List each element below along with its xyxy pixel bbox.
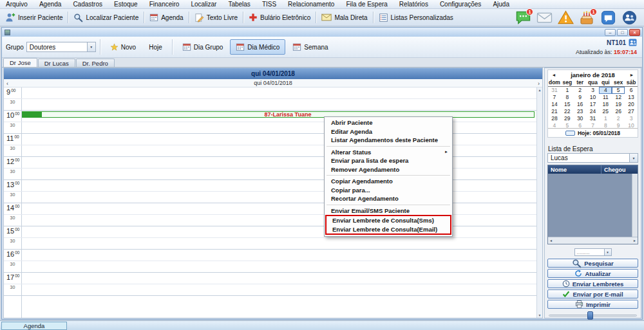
- messenger-icon[interactable]: [600, 10, 616, 25]
- minimize-button[interactable]: –: [605, 29, 616, 36]
- tab-dr-pedro[interactable]: Dr. Pedro: [76, 59, 115, 67]
- calendar-day-21[interactable]: 21: [548, 108, 561, 115]
- context-menu-item-copiar-para[interactable]: Copiar para...: [325, 186, 451, 195]
- hour-row-14[interactable]: 140030: [4, 203, 536, 226]
- calendar-day-3[interactable]: 3: [587, 87, 600, 94]
- toolbar-button-bulario-eletronico[interactable]: Bulário Eletrônico: [245, 9, 314, 26]
- schedule-scrollbar[interactable]: ▲ ▼: [536, 87, 542, 318]
- calendar-day-2[interactable]: 2: [574, 87, 587, 94]
- zoom-slider[interactable]: [549, 311, 637, 320]
- warning-icon[interactable]: [557, 10, 574, 25]
- calendar-day-10[interactable]: 10: [587, 94, 600, 101]
- window-titlebar[interactable]: – □ ×: [2, 28, 642, 37]
- context-menu-item-editar-agenda[interactable]: Editar Agenda: [325, 127, 451, 136]
- calendar-day-16[interactable]: 16: [574, 101, 587, 108]
- calendar-day-11[interactable]: 11: [599, 94, 612, 101]
- calendar-day-15[interactable]: 15: [561, 101, 574, 108]
- toolbar-button-inserir-paciente[interactable]: Inserir Paciente: [1, 9, 66, 26]
- menu-item-ajuda[interactable]: Ajuda: [487, 0, 515, 8]
- slider-thumb[interactable]: [587, 311, 593, 320]
- column-header-chegou[interactable]: Chegou: [601, 165, 638, 174]
- scroll-right-icon[interactable]: ►: [633, 239, 636, 243]
- menu-item-relacionamento[interactable]: Relacionamento: [282, 0, 340, 8]
- hour-row-12[interactable]: 120030: [4, 157, 536, 180]
- button-dia-grupo[interactable]: Dia Grupo: [176, 39, 229, 55]
- waiting-list-hscrollbar[interactable]: ◄ ►: [548, 237, 638, 244]
- hour-row-11[interactable]: 110030: [4, 134, 536, 157]
- toolbar-button-agenda[interactable]: Agenda: [146, 9, 187, 26]
- button-atualizar[interactable]: Atualizar: [547, 269, 638, 278]
- calendar-day-7[interactable]: 7: [548, 94, 561, 101]
- scroll-up-icon[interactable]: ▲: [537, 88, 542, 92]
- menu-item-cadastros[interactable]: Cadastros: [67, 0, 108, 8]
- calendar-day-3[interactable]: 3: [625, 115, 638, 122]
- appointment[interactable]: 87-Larissa Tuane: [22, 111, 535, 118]
- context-menu-item-enviar-para-lista-de-espera[interactable]: Enviar para lista de espera: [325, 156, 451, 165]
- button-hoje[interactable]: Hoje: [143, 41, 168, 54]
- prev-day-icon[interactable]: ‹: [4, 79, 11, 87]
- waiting-list-select[interactable]: Lucas ▼: [547, 153, 638, 163]
- context-menu-item-enviar-lembrete-de-consulta-email[interactable]: Enviar Lembrete de Consulta(Email): [327, 225, 450, 234]
- calendar-day-4[interactable]: 4: [599, 87, 612, 94]
- calendar-day-26[interactable]: 26: [612, 108, 625, 115]
- calendar-day-17[interactable]: 17: [587, 101, 600, 108]
- toolbar-button-listas-personalizadas[interactable]: Listas Personalizadas: [375, 9, 457, 26]
- context-menu-item-listar-agendamentos-deste-paciente[interactable]: Listar Agendamentos deste Paciente: [325, 136, 451, 145]
- context-menu-item-remover-agendamento[interactable]: Remover Agendamento: [325, 165, 451, 174]
- calendar-day-5[interactable]: 5: [612, 87, 625, 94]
- hour-row-10[interactable]: 10003087-Larissa Tuane: [4, 111, 536, 134]
- calendar-day-2[interactable]: 2: [612, 115, 625, 122]
- button-enviar-lembretes[interactable]: Enviar Lembretes: [547, 279, 638, 288]
- button-dia-medico[interactable]: Dia Médico: [230, 39, 285, 55]
- column-header-nome[interactable]: Nome: [548, 165, 601, 174]
- calendar-day-27[interactable]: 27: [625, 108, 638, 115]
- menu-item-relatorios[interactable]: Relatórios: [393, 0, 434, 8]
- hour-row-13[interactable]: 130030: [4, 180, 536, 203]
- menu-item-localizar[interactable]: Localizar: [185, 0, 222, 8]
- birthday-icon[interactable]: 1: [578, 10, 595, 25]
- waiting-list-vscrollbar[interactable]: [632, 174, 638, 237]
- menu-item-estoque[interactable]: Estoque: [108, 0, 144, 8]
- users-icon[interactable]: [621, 10, 638, 25]
- menu-item-arquivo[interactable]: Arquivo: [0, 0, 33, 8]
- menu-item-fila-de-espera[interactable]: Fila de Espera: [340, 0, 393, 8]
- calendar-day-28[interactable]: 28: [548, 115, 561, 122]
- calendar-day-6[interactable]: 6: [625, 87, 638, 94]
- close-button[interactable]: ×: [629, 29, 640, 36]
- calendar-day-14[interactable]: 14: [548, 101, 561, 108]
- calendar-day-18[interactable]: 18: [599, 101, 612, 108]
- button-imprimir[interactable]: Imprimir: [547, 300, 638, 309]
- context-menu-item-recortar-agendamento[interactable]: Recortar Agendamento: [325, 194, 451, 203]
- chat-bubble-icon[interactable]: 1: [515, 10, 531, 25]
- hour-row-17[interactable]: 170030: [4, 273, 536, 296]
- toolbar-button-mala-direta[interactable]: Mala Direta: [317, 9, 371, 26]
- toolbar-button-texto-livre[interactable]: Texto Livre: [191, 9, 242, 26]
- toolbar-button-localizar-paciente[interactable]: Localizar Paciente: [70, 9, 142, 26]
- button-semana[interactable]: Semana: [287, 39, 334, 55]
- context-menu-item-abrir-paciente[interactable]: Abrir Paciente: [325, 118, 451, 127]
- grupo-select[interactable]: Doutores ▼: [26, 42, 96, 52]
- calendar-day-12[interactable]: 12: [612, 94, 625, 101]
- calendar-day-23[interactable]: 23: [574, 108, 587, 115]
- calendar-day-1[interactable]: 1: [599, 115, 612, 122]
- hour-row-16[interactable]: 160030: [4, 250, 536, 273]
- prev-month-icon[interactable]: ◄: [548, 73, 560, 77]
- calendar-day-31[interactable]: 31: [587, 115, 600, 122]
- button-enviar-por-e-mail[interactable]: Enviar por E-mail: [547, 289, 638, 298]
- button-novo[interactable]: Novo: [104, 40, 142, 55]
- button-pesquisar[interactable]: Pesquisar: [547, 259, 638, 268]
- context-menu-item-alterar-status[interactable]: Alterar Status►: [325, 148, 451, 157]
- calendar-day-8[interactable]: 8: [561, 94, 574, 101]
- menu-item-agenda[interactable]: Agenda: [33, 0, 67, 8]
- menu-item-tabelas[interactable]: Tabelas: [222, 0, 256, 8]
- mail-notification-icon[interactable]: [536, 10, 553, 25]
- context-menu-item-enviar-email-sms-paciente[interactable]: Enviar Email/SMS Paciente: [325, 206, 451, 215]
- today-row[interactable]: Hoje: 05/01/2018: [548, 128, 638, 137]
- next-day-icon[interactable]: ›: [535, 79, 542, 87]
- tab-dr-lucas[interactable]: Dr Lucas: [38, 59, 75, 67]
- menu-item-tiss[interactable]: TISS: [256, 0, 282, 8]
- hour-row-9[interactable]: 90030: [4, 87, 536, 111]
- calendar-day-30[interactable]: 30: [574, 115, 587, 122]
- restore-button[interactable]: □: [617, 29, 628, 36]
- calendar-day-29[interactable]: 29: [561, 115, 574, 122]
